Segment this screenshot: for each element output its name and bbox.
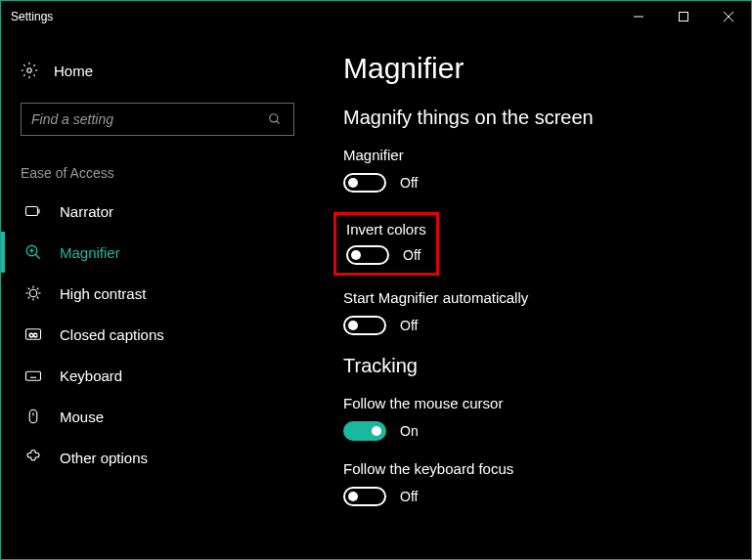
home-label: Home [54, 63, 93, 79]
setting-label: Start Magnifier automatically [343, 289, 722, 306]
minimize-button[interactable] [616, 1, 661, 32]
window-controls [616, 1, 751, 32]
svg-point-12 [29, 289, 37, 297]
toggle-state: Off [400, 175, 418, 191]
toggle-invert-colors[interactable] [346, 245, 389, 265]
minimize-icon [634, 12, 643, 22]
setting-label: Follow the keyboard focus [343, 460, 722, 477]
setting-follow-keyboard: Follow the keyboard focus Off [343, 460, 722, 506]
toggle-state: Off [400, 318, 418, 333]
sidebar-category: Ease of Access [1, 155, 314, 191]
mouse-icon [24, 408, 42, 425]
sidebar-item-label: Mouse [60, 409, 104, 425]
sidebar-item-narrator[interactable]: Narrator [1, 191, 314, 232]
svg-rect-23 [26, 371, 41, 380]
search-icon [266, 110, 284, 128]
toggle-follow-mouse[interactable] [343, 421, 386, 441]
toggle-state: Off [400, 489, 418, 504]
sidebar-item-closed-captions[interactable]: CC Closed captions [1, 314, 314, 355]
setting-follow-mouse: Follow the mouse cursor On [343, 395, 722, 441]
svg-line-18 [37, 297, 39, 299]
toggle-knob [348, 321, 358, 330]
highlight-invert-colors: Invert colors Off [333, 212, 439, 276]
toggle-knob [372, 426, 381, 436]
svg-line-17 [28, 288, 30, 290]
section-title-magnify: Magnify things on the screen [343, 107, 722, 129]
sidebar-item-other-options[interactable]: Other options [1, 437, 314, 478]
setting-label: Invert colors [346, 221, 426, 237]
content-area: Home Ease of Access Narrator Magnifi [1, 32, 751, 559]
maximize-icon [679, 12, 688, 22]
toggle-magnifier[interactable] [343, 173, 386, 193]
svg-line-6 [277, 121, 280, 124]
toggle-knob [351, 250, 361, 260]
svg-rect-29 [29, 409, 37, 423]
svg-rect-1 [680, 13, 688, 22]
other-options-icon [24, 449, 42, 466]
keyboard-icon [24, 366, 42, 384]
titlebar: Settings [1, 1, 751, 32]
svg-point-4 [27, 68, 32, 73]
setting-label: Follow the mouse cursor [343, 395, 722, 411]
gear-icon [21, 62, 38, 79]
window-title: Settings [11, 10, 53, 23]
svg-point-5 [270, 114, 278, 122]
toggle-knob [348, 492, 358, 501]
sidebar-item-label: Other options [60, 450, 148, 466]
toggle-follow-keyboard[interactable] [343, 487, 386, 506]
toggle-row: On [343, 421, 722, 441]
page-title: Magnifier [343, 52, 722, 85]
sidebar: Home Ease of Access Narrator Magnifi [1, 32, 314, 559]
toggle-row: Off [346, 245, 426, 265]
svg-line-19 [28, 297, 30, 299]
toggle-knob [348, 178, 358, 188]
sidebar-item-label: Narrator [60, 203, 113, 220]
search-box[interactable] [21, 103, 294, 136]
toggle-start-automatically[interactable] [343, 316, 386, 335]
toggle-row: Off [343, 487, 722, 506]
narrator-icon [24, 202, 42, 220]
svg-text:CC: CC [29, 332, 38, 338]
maximize-button[interactable] [661, 1, 706, 32]
sidebar-item-label: High contrast [60, 285, 146, 302]
toggle-row: Off [343, 173, 722, 193]
sidebar-item-magnifier[interactable]: Magnifier [1, 232, 314, 273]
closed-captions-icon: CC [24, 325, 42, 343]
svg-line-9 [35, 254, 40, 259]
main-panel: Magnifier Magnify things on the screen M… [314, 32, 751, 559]
close-button[interactable] [706, 1, 751, 32]
toggle-state: On [400, 423, 419, 439]
settings-window: Settings Home [0, 0, 752, 560]
section-title-tracking: Tracking [343, 355, 722, 377]
svg-rect-7 [26, 207, 38, 216]
sidebar-item-mouse[interactable]: Mouse [1, 396, 314, 437]
setting-label: Magnifier [343, 147, 722, 163]
svg-line-20 [37, 288, 39, 290]
setting-start-automatically: Start Magnifier automatically Off [343, 289, 722, 335]
sidebar-item-label: Closed captions [60, 326, 164, 343]
toggle-row: Off [343, 316, 722, 335]
setting-magnifier: Magnifier Off [343, 147, 722, 193]
close-icon [724, 12, 733, 22]
sidebar-item-keyboard[interactable]: Keyboard [1, 355, 314, 396]
high-contrast-icon [24, 284, 42, 302]
home-button[interactable]: Home [1, 52, 314, 89]
sidebar-item-high-contrast[interactable]: High contrast [1, 273, 314, 314]
magnifier-icon [24, 243, 42, 261]
search-input[interactable] [31, 111, 266, 127]
sidebar-item-label: Magnifier [60, 244, 120, 261]
toggle-state: Off [403, 247, 420, 263]
sidebar-item-label: Keyboard [60, 367, 122, 384]
